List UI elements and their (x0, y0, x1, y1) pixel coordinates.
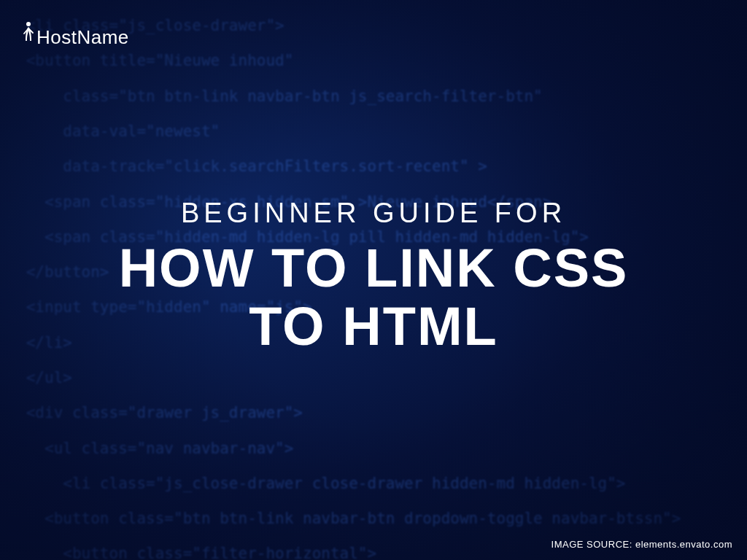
hero-title: HOW TO LINK CSS TO HTML (0, 239, 747, 356)
hero-title-line-1: HOW TO LINK CSS (119, 238, 629, 298)
code-line: data-track="click.searchFilters.sort-rec… (26, 149, 747, 184)
svg-point-0 (26, 22, 31, 26)
logo-text: HostName (36, 28, 129, 47)
code-line: <div class="drawer js_drawer"> (26, 395, 747, 430)
brand-logo: HostName (22, 20, 129, 47)
hero-title-line-2: TO HTML (249, 296, 498, 357)
hero-heading: BEGINNER GUIDE FOR HOW TO LINK CSS TO HT… (0, 198, 747, 356)
code-line: <li class="js_close-drawer close-drawer … (26, 465, 747, 500)
code-line: </ul> (26, 359, 747, 394)
code-line: <button title="Nieuwe inhoud" (26, 43, 747, 78)
image-source-credit: IMAGE SOURCE: elements.envato.com (551, 539, 732, 550)
code-line: data-val="newest" (26, 113, 747, 148)
code-line: class="btn btn-link navbar-btn js_search… (26, 78, 747, 113)
code-line: <ul class="nav navbar-nav"> (26, 430, 747, 465)
code-line: <button class="btn btn-link navbar-btn d… (26, 501, 747, 536)
code-line: <li class="js_close-drawer"> (26, 8, 747, 43)
hero-subtitle: BEGINNER GUIDE FOR (0, 198, 747, 229)
logo-figure-icon (22, 20, 35, 47)
